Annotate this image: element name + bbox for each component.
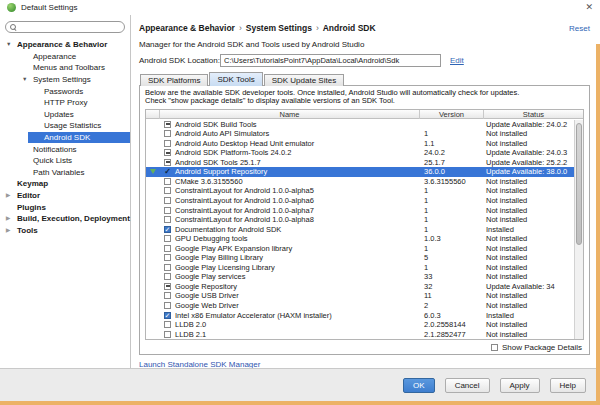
package-version: 24.0.2 — [419, 148, 483, 157]
breadcrumb-appearance-behavior[interactable]: Appearance & Behavior — [139, 23, 235, 33]
sidebar-item-tools[interactable]: Tools — [0, 225, 130, 237]
sidebar-item-updates[interactable]: Updates — [0, 109, 130, 121]
table-row[interactable]: LLDB 2.12.1.2852477Not installed — [146, 329, 583, 339]
close-icon[interactable] — [585, 3, 593, 12]
table-row[interactable]: Intel x86 Emulator Accelerator (HAXM ins… — [146, 310, 583, 320]
package-checkbox[interactable] — [164, 187, 171, 194]
sidebar-item-http-proxy[interactable]: HTTP Proxy — [0, 97, 130, 109]
package-checkbox[interactable] — [164, 197, 171, 204]
table-row[interactable]: ConstraintLayout for Android 1.0.0-alpha… — [146, 215, 583, 225]
package-checkbox[interactable] — [164, 331, 171, 338]
chevron-down-icon[interactable] — [6, 42, 17, 48]
vertical-scrollbar[interactable] — [574, 120, 583, 339]
sdk-location-row: Android SDK Location: Edit — [139, 54, 590, 67]
table-row[interactable]: ConstraintLayout for Android 1.0.0-alpha… — [146, 186, 583, 196]
show-package-details-checkbox[interactable] — [491, 344, 498, 351]
sidebar-item-usage-statistics[interactable]: Usage Statistics — [0, 120, 130, 132]
cancel-button[interactable]: Cancel — [445, 378, 490, 393]
package-checkbox[interactable] — [164, 226, 171, 233]
table-row[interactable]: Documentation for Android SDK1Installed — [146, 224, 583, 234]
package-checkbox[interactable] — [164, 321, 171, 328]
table-row[interactable]: GPU Debugging tools1.0.3Not installed — [146, 234, 583, 244]
sidebar-item-appearance[interactable]: Appearance — [0, 51, 130, 63]
sidebar-item-menus-toolbars[interactable]: Menus and Toolbars — [0, 62, 130, 74]
window-title: Default Settings — [21, 3, 77, 12]
show-package-details-label: Show Package Details — [502, 343, 582, 352]
package-checkbox[interactable] — [164, 283, 171, 290]
package-checkbox[interactable] — [164, 149, 171, 156]
sidebar-item-quick-lists[interactable]: Quick Lists — [0, 155, 130, 167]
package-checkbox[interactable] — [164, 140, 171, 147]
table-row[interactable]: Google Play services33Not installed — [146, 272, 583, 282]
breadcrumb-system-settings[interactable]: System Settings — [246, 23, 312, 33]
sidebar-item-notifications[interactable]: Notifications — [0, 143, 130, 155]
sidebar-item-build-execution-deployment[interactable]: Build, Execution, Deployment — [0, 213, 130, 225]
chevron-down-icon[interactable] — [22, 77, 33, 83]
table-row[interactable]: ConstraintLayout for Android 1.0.0-alpha… — [146, 196, 583, 206]
package-checkbox[interactable] — [164, 168, 171, 175]
sidebar-item-keymap[interactable]: Keymap — [0, 178, 130, 190]
table-row[interactable]: Android Auto Desktop Head Unit emulator1… — [146, 138, 583, 148]
table-row[interactable]: Android SDK Build ToolsUpdate Available:… — [146, 119, 583, 129]
sidebar-item-system-settings[interactable]: System Settings — [0, 74, 130, 86]
chevron-right-icon[interactable] — [6, 228, 17, 234]
sidebar-item-passwords[interactable]: Passwords — [0, 85, 130, 97]
row-status-icon — [146, 148, 159, 158]
table-row[interactable]: CMake 3.6.31555603.6.3155560Not installe… — [146, 177, 583, 187]
ok-button[interactable]: OK — [403, 378, 435, 393]
tab-sdk-tools[interactable]: SDK Tools — [209, 72, 262, 86]
table-row[interactable]: Google Repository32Update Available: 34 — [146, 282, 583, 292]
package-checkbox[interactable] — [164, 159, 171, 166]
table-row-selected[interactable]: Android Support Repository36.0.0Update A… — [146, 167, 583, 177]
package-checkbox[interactable] — [164, 235, 171, 242]
table-row[interactable]: LLDB 2.02.0.2558144Not installed — [146, 320, 583, 330]
package-checkbox[interactable] — [164, 292, 171, 299]
table-row[interactable]: Android Auto API Simulators1Not installe… — [146, 129, 583, 139]
package-checkbox[interactable] — [164, 273, 171, 280]
table-row[interactable]: Android SDK Platform-Tools 24.0.224.0.2U… — [146, 148, 583, 158]
table-row[interactable]: Google USB Driver11Not installed — [146, 291, 583, 301]
table-row[interactable]: Google Play Licensing Library1Not instal… — [146, 263, 583, 273]
sidebar-item-editor[interactable]: Editor — [0, 190, 130, 202]
sdk-location-field[interactable] — [220, 54, 441, 67]
tab-sdk-update-sites[interactable]: SDK Update Sites — [264, 74, 344, 86]
row-status-icon — [146, 224, 159, 234]
package-checkbox[interactable] — [164, 245, 171, 252]
package-checkbox[interactable] — [164, 178, 171, 185]
apply-button[interactable]: Apply — [500, 378, 540, 393]
table-row[interactable]: Android SDK Tools 25.1.725.1.7Update Ava… — [146, 158, 583, 168]
sidebar-search[interactable] — [5, 21, 125, 33]
help-button[interactable]: Help — [550, 378, 586, 393]
settings-tree: Appearance & Behavior Appearance Menus a… — [0, 39, 130, 236]
chevron-right-icon[interactable] — [6, 216, 17, 222]
sidebar-item-appearance-behavior[interactable]: Appearance & Behavior — [0, 39, 130, 51]
sidebar-item-plugins[interactable]: Plugins — [0, 201, 130, 213]
tab-sdk-platforms[interactable]: SDK Platforms — [140, 74, 208, 86]
package-name: Google Play Licensing Library — [175, 263, 275, 272]
scrollbar-thumb[interactable] — [576, 123, 582, 245]
table-row[interactable]: Google Play Billing Library5Not installe… — [146, 253, 583, 263]
reset-link[interactable]: Reset — [569, 24, 590, 33]
package-checkbox[interactable] — [164, 264, 171, 271]
package-status: Not installed — [483, 263, 583, 272]
sidebar-item-path-variables[interactable]: Path Variables — [0, 167, 130, 179]
edit-link[interactable]: Edit — [450, 56, 464, 65]
table-row[interactable]: Google Web Driver2Not installed — [146, 301, 583, 311]
chevron-right-icon[interactable] — [6, 193, 17, 199]
package-checkbox[interactable] — [164, 207, 171, 214]
table-row[interactable]: ConstraintLayout for Android 1.0.0-alpha… — [146, 205, 583, 215]
package-checkbox[interactable] — [164, 121, 171, 128]
package-checkbox[interactable] — [164, 130, 171, 137]
package-checkbox[interactable] — [164, 312, 171, 319]
package-status: Not installed — [483, 330, 583, 339]
package-checkbox[interactable] — [164, 254, 171, 261]
launch-standalone-sdk-manager-link[interactable]: Launch Standalone SDK Manager — [139, 360, 260, 368]
search-input[interactable] — [19, 23, 120, 32]
package-checkbox[interactable] — [164, 216, 171, 223]
package-checkbox[interactable] — [164, 302, 171, 309]
sdk-tools-panel: Below are the available SDK developer to… — [139, 85, 590, 355]
table-row[interactable]: Google Play APK Expansion library1Not in… — [146, 243, 583, 253]
sidebar-item-android-sdk[interactable]: Android SDK — [0, 132, 130, 144]
row-status-icon — [146, 310, 159, 320]
package-version: 1 — [419, 196, 483, 205]
